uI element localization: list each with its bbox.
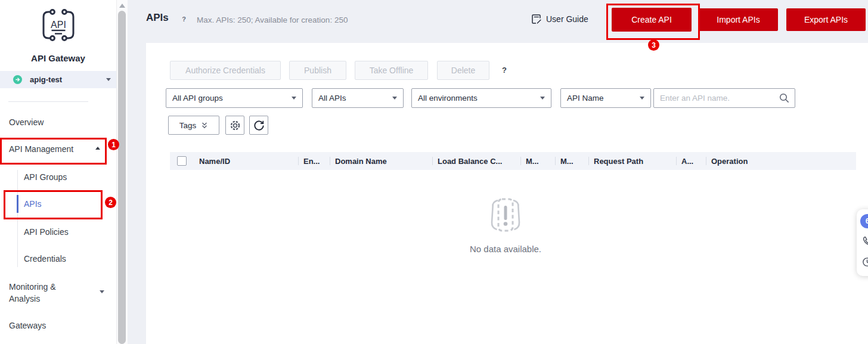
take-offline-button[interactable]: Take Offline	[355, 61, 428, 80]
api-type-filter[interactable]: All APIs	[312, 88, 404, 108]
double-chevron-down-icon	[201, 122, 208, 129]
no-data-text: No data available.	[446, 244, 565, 254]
search-box	[653, 88, 795, 108]
gear-icon	[230, 120, 241, 131]
screen: API API Gateway apig-test Overview API M…	[0, 0, 868, 344]
chevron-down-icon	[392, 97, 397, 100]
sidebar-item-api-policies[interactable]: API Policies	[24, 227, 69, 237]
column-header-a[interactable]: A...	[676, 152, 706, 170]
instance-selector[interactable]: apig-test	[0, 71, 116, 88]
phone-support-icon[interactable]	[861, 235, 868, 247]
select-all-cell	[170, 152, 194, 170]
sidebar: API API Gateway apig-test Overview API M…	[0, 0, 116, 344]
chevron-down-icon	[540, 97, 545, 100]
quota-subtitle: Max. APIs: 250; Available for creation: …	[197, 16, 348, 24]
column-header-m2[interactable]: M...	[555, 152, 588, 170]
tags-label: Tags	[179, 121, 197, 130]
select-all-checkbox[interactable]	[177, 156, 187, 166]
column-header-request-path[interactable]: Request Path	[588, 152, 676, 170]
floating-support-panel: 6	[857, 209, 868, 276]
page-title: APIs	[146, 12, 169, 24]
annotation-step-1: 1	[108, 139, 119, 150]
publish-button[interactable]: Publish	[289, 61, 346, 80]
history-clock-icon[interactable]	[861, 256, 868, 268]
column-header-load-balance[interactable]: Load Balance C...	[432, 152, 520, 170]
sidebar-item-apis[interactable]: APIs	[24, 199, 42, 209]
user-guide-label: User Guide	[546, 14, 588, 24]
refresh-icon	[253, 120, 265, 131]
search-icon[interactable]	[779, 93, 789, 103]
column-header-name-id[interactable]: Name/ID	[194, 152, 298, 170]
sidebar-item-gateways[interactable]: Gateways	[9, 321, 46, 330]
api-group-filter[interactable]: All API groups	[166, 88, 303, 108]
sidebar-item-api-groups[interactable]: API Groups	[24, 172, 67, 182]
column-settings-button[interactable]	[225, 116, 244, 135]
sidebar-item-monitoring-analysis[interactable]: Monitoring & Analysis	[9, 281, 76, 305]
column-header-operation[interactable]: Operation	[706, 152, 856, 170]
annotation-step-3: 3	[648, 39, 659, 51]
service-title: API Gateway	[0, 53, 116, 63]
api-type-filter-value: All APIs	[318, 94, 346, 103]
user-guide-link[interactable]: User Guide	[531, 14, 588, 24]
column-header-m1[interactable]: M...	[520, 152, 555, 170]
chevron-down-icon	[640, 97, 644, 100]
search-input[interactable]	[654, 94, 779, 103]
svg-text:API: API	[51, 20, 66, 30]
sidebar-scrollbar[interactable]	[116, 0, 128, 344]
column-header-env[interactable]: En...	[298, 152, 330, 170]
environment-filter-value: All environments	[418, 94, 478, 103]
chevron-down-icon	[292, 97, 296, 100]
instance-name: apig-test	[30, 75, 62, 84]
tags-filter-button[interactable]: Tags	[168, 116, 219, 135]
search-field-value: API Name	[567, 94, 604, 103]
chevron-down-icon	[100, 290, 104, 293]
column-header-domain-name[interactable]: Domain Name	[330, 152, 432, 170]
delete-button[interactable]: Delete	[437, 61, 489, 80]
import-apis-button[interactable]: Import APIs	[699, 8, 778, 31]
no-data-icon	[485, 197, 526, 237]
scrollbar-up-arrow-icon[interactable]	[119, 4, 125, 8]
feedback-badge-icon[interactable]: 6	[860, 214, 868, 228]
sidebar-item-credentials[interactable]: Credentials	[24, 254, 66, 264]
api-gateway-logo-icon: API	[38, 7, 79, 45]
authorize-credentials-button[interactable]: Authorize Credentials	[170, 61, 281, 80]
document-pen-icon	[531, 14, 542, 24]
sidebar-item-overview[interactable]: Overview	[9, 117, 44, 127]
nav-indent-guide	[17, 170, 18, 267]
api-group-filter-value: All API groups	[172, 94, 223, 103]
refresh-button[interactable]	[249, 116, 268, 135]
sidebar-divider	[8, 101, 88, 102]
create-api-button[interactable]: Create API	[612, 8, 692, 32]
export-apis-button[interactable]: Export APIs	[786, 8, 866, 31]
environment-filter[interactable]: All environments	[411, 88, 551, 108]
annotation-step-2: 2	[105, 197, 116, 208]
chevron-down-icon	[106, 78, 111, 81]
help-icon[interactable]: ?	[179, 14, 189, 24]
table-header-row: Name/ID En... Domain Name Load Balance C…	[170, 152, 856, 170]
chevron-up-icon	[95, 147, 100, 150]
sidebar-item-api-management[interactable]: API Management	[9, 144, 73, 154]
help-icon[interactable]: ?	[498, 64, 510, 76]
search-field-selector[interactable]: API Name	[560, 88, 651, 108]
instance-status-icon	[13, 75, 22, 84]
active-item-indicator	[17, 195, 18, 213]
scrollbar-thumb[interactable]	[118, 11, 126, 344]
